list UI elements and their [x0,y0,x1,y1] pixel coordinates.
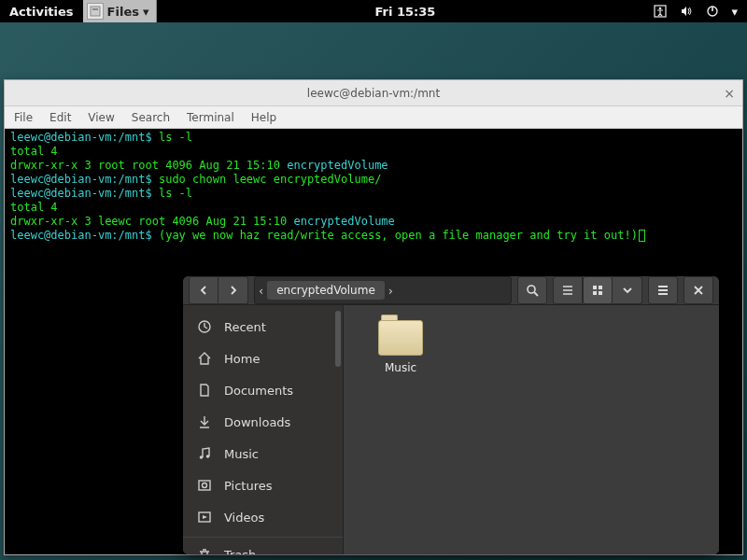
sidebar-item-label: Videos [224,511,264,525]
menu-file[interactable]: File [14,111,33,124]
svg-rect-1 [92,8,98,10]
accessibility-icon[interactable] [653,4,668,19]
back-button[interactable] [189,276,218,304]
files-headerbar: ‹ encryptedVolume › [183,276,719,305]
menu-edit[interactable]: Edit [49,111,71,124]
list-icon [561,284,574,297]
files-content[interactable]: Music [344,305,719,554]
chevron-right-icon [228,285,239,296]
svg-rect-14 [599,291,602,295]
sidebar-item-label: Downloads [224,415,290,429]
pic-icon [196,477,213,494]
grid-view-button[interactable] [583,276,613,304]
close-icon[interactable]: × [724,86,735,101]
svg-rect-0 [91,7,100,16]
svg-rect-21 [199,481,210,490]
menu-view[interactable]: View [88,111,114,124]
sidebar-item-downloads[interactable]: Downloads [183,406,343,438]
svg-rect-11 [593,286,597,289]
terminal-title: leewc@debian-vm:/mnt [5,87,742,100]
folder-label: Music [385,361,416,374]
close-button[interactable] [684,276,713,304]
sidebar-item-videos[interactable]: Videos [183,501,343,533]
down-icon [196,413,213,430]
files-sidebar: RecentHomeDocumentsDownloadsMusicPicture… [183,305,344,554]
sidebar-item-label: Home [224,352,260,366]
sidebar-scrollbar[interactable] [335,311,341,367]
sidebar-item-recent[interactable]: Recent [183,311,343,343]
activities-button[interactable]: Activities [0,5,83,19]
terminal-line: leewc@debian-vm:/mnt$ sudo chown leewc e… [10,173,737,187]
folder-item[interactable]: Music [359,320,443,374]
trash-icon [196,547,213,555]
sidebar-item-music[interactable]: Music [183,438,343,469]
search-button[interactable] [517,276,547,304]
sidebar-item-documents[interactable]: Documents [183,374,343,406]
hamburger-menu-button[interactable] [648,276,678,304]
path-bar[interactable]: ‹ encryptedVolume › [254,276,512,304]
sidebar-item-label: Documents [224,384,293,398]
video-icon [196,509,213,525]
volume-icon[interactable] [679,4,694,19]
forward-button[interactable] [218,276,248,304]
svg-line-7 [534,292,538,296]
svg-point-6 [528,286,535,293]
svg-rect-12 [599,286,602,289]
svg-rect-13 [593,291,597,295]
chevron-down-icon [622,285,633,296]
power-icon[interactable] [705,4,720,19]
files-window: ‹ encryptedVolume › RecentHomeD [183,276,719,554]
terminal-menubar: FileEditViewSearchTerminalHelp [5,106,742,129]
sidebar-item-home[interactable]: Home [183,343,343,374]
sidebar-item-label: Recent [224,320,266,334]
clock-icon [196,318,213,335]
file-cabinet-icon [87,3,104,20]
menu-search[interactable]: Search [132,111,170,124]
sidebar-item-label: Trash [224,548,256,554]
folder-icon [378,320,423,356]
menu-help[interactable]: Help [251,111,276,124]
doc-icon [196,382,213,399]
svg-point-3 [659,7,662,10]
gnome-top-panel: Activities Files ▾ Fri 15:35 ▾ [0,0,747,22]
list-view-button[interactable] [553,276,583,304]
sidebar-item-label: Pictures [224,479,272,493]
terminal-line: total 4 [10,145,737,159]
search-icon [526,284,539,297]
system-menu-caret-icon[interactable]: ▾ [731,5,738,19]
close-icon [693,285,704,296]
terminal-line: leewc@debian-vm:/mnt$ ls -l [10,131,737,145]
menu-terminal[interactable]: Terminal [187,111,234,124]
svg-point-19 [200,455,204,459]
caret-down-icon: ▾ [143,5,149,19]
path-chevron-right-icon[interactable]: › [388,284,393,298]
path-chevron-left-icon[interactable]: ‹ [259,284,263,298]
view-options-button[interactable] [613,276,642,304]
terminal-line: drwxr-xr-x 3 root root 4096 Aug 21 15:10… [10,159,737,173]
files-launcher-button[interactable]: Files ▾ [83,0,158,22]
terminal-line: leewc@debian-vm:/mnt$ (yay we now haz re… [10,229,737,243]
chevron-left-icon [198,285,209,296]
svg-point-22 [203,483,207,488]
terminal-line: total 4 [10,201,737,215]
terminal-line: leewc@debian-vm:/mnt$ ls -l [10,187,737,201]
grid-icon [591,284,604,297]
svg-point-20 [206,455,210,458]
terminal-titlebar[interactable]: leewc@debian-vm:/mnt × [5,80,742,106]
sidebar-item-pictures[interactable]: Pictures [183,469,343,501]
hamburger-icon [656,284,669,297]
files-launcher-label: Files [107,5,139,19]
terminal-line: drwxr-xr-x 3 leewc root 4096 Aug 21 15:1… [10,215,737,229]
sidebar-item-label: Music [224,447,259,461]
path-segment[interactable]: encryptedVolume [267,281,385,300]
music-icon [196,445,213,462]
home-icon [196,350,213,367]
sidebar-item-trash[interactable]: Trash [183,537,343,554]
clock[interactable]: Fri 15:35 [157,5,653,19]
